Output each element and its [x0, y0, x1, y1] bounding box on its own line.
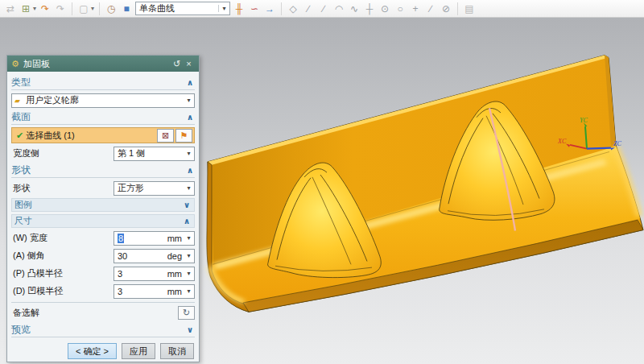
section-header-shape[interactable]: 形状 ∧	[11, 163, 195, 178]
snap-slash-icon[interactable]: ∕	[424, 1, 437, 17]
dropdown-caret-icon[interactable]: ▾	[184, 234, 194, 242]
type-dropdown[interactable]: ▰ 用户定义轮廓 ▾	[11, 93, 195, 108]
dim-row-width: (W) 宽度 8 mm ▾	[11, 230, 195, 246]
divider	[11, 302, 195, 303]
zoom-box-caret-icon[interactable]: ▾	[33, 5, 36, 12]
width-side-row: 宽度侧 第 1 侧 ▾	[11, 146, 195, 161]
close-icon[interactable]: ×	[183, 59, 195, 68]
snap-point-icon[interactable]: ◇	[287, 1, 299, 17]
dim-width-value[interactable]: 8	[118, 234, 124, 243]
size-header-label: 尺寸	[14, 215, 184, 227]
y-axis-label: YC	[580, 118, 588, 125]
curve-rule-dropdown[interactable]: 单条曲线 ▾	[135, 2, 230, 15]
rectangle-select-caret-icon[interactable]: ▾	[91, 5, 94, 12]
section-header-section[interactable]: 截面 ∧	[11, 110, 195, 125]
subsection-header-legend[interactable]: 图例 ∨	[11, 198, 195, 212]
section-header-section-label: 截面	[11, 110, 187, 124]
chevron-down-icon[interactable]: ∨	[184, 201, 192, 209]
snap-spline-icon[interactable]: ∿	[348, 1, 361, 17]
dialog-title: 加固板	[23, 58, 171, 70]
shape-value: 正方形	[114, 182, 184, 194]
pan-view-icon[interactable]: ⇄	[4, 1, 17, 17]
dialog-title-bar[interactable]: ⚙ 加固板 ↺ ×	[7, 56, 199, 72]
shape-label: 形状	[11, 182, 114, 194]
section-header-preview[interactable]: 预览 ∨	[11, 322, 195, 337]
top-toolbar: ⇄ ⊞ ▾ ↷ ↷ ▢ ▾ ◷ ■ 单条曲线 ▾ ╫ ∽ → ◇ ∕ ∕ ◠ ∿…	[0, 0, 644, 18]
dim-width-input[interactable]: 8 mm ▾	[114, 231, 195, 246]
snap-midpoint-icon[interactable]: ∕	[317, 1, 330, 17]
dim-die-input[interactable]: 3 mm ▾	[114, 284, 195, 299]
chevron-up-icon[interactable]: ∧	[187, 78, 195, 87]
z-axis	[587, 148, 611, 149]
curve-rule-value: 单条曲线	[136, 2, 218, 14]
chevron-up-icon[interactable]: ∧	[187, 113, 195, 122]
alternate-solution-label: 备选解	[11, 307, 176, 319]
rectangle-select-icon[interactable]: ▢	[77, 1, 90, 17]
dim-angle-input[interactable]: 30 deg ▾	[114, 249, 195, 263]
type-dropdown-value: 用户定义轮廓	[23, 94, 184, 106]
dim-punch-input[interactable]: 3 mm ▾	[114, 267, 195, 281]
cancel-button[interactable]: 取消	[160, 343, 194, 359]
dim-angle-label: (A) 侧角	[11, 250, 114, 262]
dim-die-label: (D) 凹模半径	[11, 285, 114, 297]
dim-angle-value[interactable]: 30	[114, 251, 167, 261]
zoom-box-icon[interactable]: ⊞	[19, 1, 32, 17]
stop-selection-button[interactable]: ⊠	[157, 129, 174, 143]
stop-at-intersection-icon[interactable]: ╫	[233, 1, 246, 17]
solid-body-icon[interactable]: ■	[120, 1, 133, 17]
alternate-solution-button[interactable]: ↻	[178, 306, 195, 320]
dropdown-caret-icon[interactable]: ▾	[218, 5, 229, 12]
snap-intersection-icon[interactable]: ┼	[363, 1, 376, 17]
section-header-type[interactable]: 类型 ∧	[11, 75, 195, 90]
alternate-solution-row: 备选解 ↻	[11, 305, 195, 321]
subsection-header-size[interactable]: 尺寸 ∧	[11, 214, 195, 228]
snap-endpoint-icon[interactable]: ∕	[302, 1, 315, 17]
follow-fillet-icon[interactable]: ∽	[248, 1, 261, 17]
width-side-dropdown[interactable]: 第 1 侧 ▾	[114, 147, 195, 161]
snap-quadrant-icon[interactable]: ⊘	[440, 1, 452, 17]
snap-plus-icon[interactable]: +	[409, 1, 422, 17]
ok-button[interactable]: < 确定 >	[68, 343, 117, 359]
dim-die-value[interactable]: 3	[114, 287, 167, 296]
dropdown-caret-icon[interactable]: ▾	[184, 150, 194, 157]
dropdown-caret-icon[interactable]: ▾	[184, 97, 194, 104]
snap-circle-icon[interactable]: ○	[394, 1, 407, 17]
dim-punch-value[interactable]: 3	[114, 269, 167, 279]
dropdown-caret-icon[interactable]: ▾	[184, 252, 194, 259]
toolbar-separator	[281, 2, 282, 15]
chevron-down-icon[interactable]: ∨	[187, 325, 195, 334]
curve-chain-icon[interactable]: ↷	[39, 1, 52, 17]
section-header-type-label: 类型	[11, 76, 187, 89]
type-row: ▰ 用户定义轮廓 ▾	[11, 93, 195, 108]
width-side-value: 第 1 侧	[114, 147, 184, 159]
curve-rule-button[interactable]: ⚑	[175, 129, 192, 143]
model-part[interactable]	[207, 56, 643, 312]
curve-chain-gray-icon[interactable]: ↷	[54, 1, 67, 17]
shape-dropdown[interactable]: 正方形 ▾	[114, 181, 195, 196]
toolbar-separator	[457, 2, 458, 15]
dialog-body: 类型 ∧ ▰ 用户定义轮廓 ▾ 截面 ∧ ✔ 选择曲线 (1) ⊠ ⚑ 宽度侧 …	[7, 72, 199, 362]
dropdown-caret-icon[interactable]: ▾	[184, 287, 194, 295]
history-icon[interactable]: ◷	[105, 1, 118, 17]
dart-dialog: ⚙ 加固板 ↺ × 类型 ∧ ▰ 用户定义轮廓 ▾ 截面 ∧ ✔ 选择曲线 (1…	[6, 55, 200, 362]
profile-icon: ▰	[12, 97, 23, 105]
apply-button[interactable]: 应用	[122, 343, 155, 359]
toolbar-separator	[99, 2, 100, 15]
dim-row-punch-radius: (P) 凸模半径 3 mm ▾	[11, 266, 195, 281]
dialog-button-row: < 确定 > 应用 取消	[11, 343, 195, 359]
toolbar-separator	[72, 2, 72, 15]
chevron-up-icon[interactable]: ∧	[187, 166, 195, 175]
direction-arrow-icon[interactable]: →	[263, 1, 276, 17]
sheets-icon[interactable]: ▤	[463, 1, 476, 17]
snap-arc-icon[interactable]: ◠	[332, 1, 345, 17]
z-axis-label: ZC	[613, 140, 622, 147]
dropdown-caret-icon[interactable]: ▾	[184, 184, 194, 192]
reset-icon[interactable]: ↺	[171, 59, 183, 69]
select-curve-label: 选择曲线 (1)	[26, 130, 155, 142]
check-icon: ✔	[16, 130, 23, 141]
chevron-up-icon[interactable]: ∧	[184, 217, 192, 225]
dropdown-caret-icon[interactable]: ▾	[184, 270, 194, 277]
snap-center-icon[interactable]: ⊙	[378, 1, 391, 17]
dim-die-unit: mm	[167, 287, 184, 296]
select-curve-row[interactable]: ✔ 选择曲线 (1) ⊠ ⚑	[11, 127, 195, 143]
